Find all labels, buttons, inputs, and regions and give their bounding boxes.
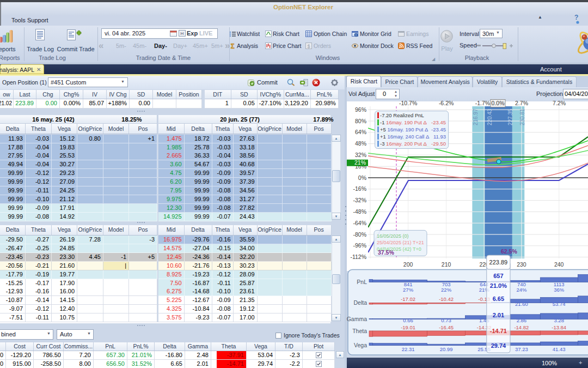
svg-text:0.66: 0.66 [403,317,413,323]
svg-text:62.5%: 62.5% [501,248,517,255]
svg-text:+1 16may. 240 Call Δ: +1 16may. 240 Call Δ [380,134,430,140]
svg-text:-29.50: -29.50 [431,141,446,147]
svg-text:16/05/2025 (0): 16/05/2025 (0) [377,233,409,239]
svg-text:64%: 64% [355,129,366,135]
svg-text:36%: 36% [554,287,565,293]
svg-text:657: 657 [493,273,503,279]
svg-text:41.43: 41.43 [553,346,566,352]
svg-text:2.7%: 2.7% [515,100,528,106]
svg-text:210: 210 [442,261,451,268]
svg-text:216.97: 216.97 [473,108,479,125]
svg-text:0%: 0% [358,174,366,181]
svg-text:48%: 48% [355,140,366,147]
svg-text:240: 240 [554,261,564,268]
svg-text:230: 230 [517,261,526,268]
svg-text:21%: 21% [354,159,366,166]
svg-text:27%: 27% [403,287,414,293]
svg-text:-14.82: -14.82 [514,324,529,330]
svg-text:24%: 24% [516,287,527,293]
svg-text:-96%: -96% [353,242,366,249]
svg-text:-10.42: -10.42 [439,296,454,302]
svg-text:Vega: Vega [354,342,367,348]
svg-text:-23.45: -23.45 [431,126,446,132]
svg-text:7.2%: 7.2% [553,100,566,106]
svg-text:-32%: -32% [353,197,366,203]
svg-text:Theta: Theta [352,328,367,334]
svg-text:227.35: 227.35 [507,108,513,125]
svg-text:PnL: PnL [357,279,367,285]
svg-text:29.74: 29.74 [491,342,506,349]
svg-text:0.73: 0.73 [441,317,451,323]
svg-text:-1 16may. 190 Put Δ: -1 16may. 190 Put Δ [380,119,427,125]
svg-text:200: 200 [403,261,413,268]
svg-text:-16.45: -16.45 [439,324,454,330]
svg-text:220.43: 220.43 [487,108,493,125]
svg-text:-10.7%: -10.7% [399,100,417,106]
svg-text:21.60: 21.60 [515,301,528,307]
svg-text:6.65: 6.65 [493,295,504,302]
svg-text:80%: 80% [355,118,366,124]
svg-text:37.5%: 37.5% [378,249,394,256]
svg-text:22.31: 22.31 [402,346,415,352]
svg-text:20.99: 20.99 [440,346,453,352]
svg-text:22%: 22% [441,287,452,293]
svg-text:-19.01: -19.01 [401,324,415,330]
svg-text:-80%: -80% [353,231,366,238]
svg-text:37.23: 37.23 [515,346,528,352]
svg-text:-7.20 Realized PnL: -7.20 Realized PnL [380,112,424,118]
svg-text:-14.71: -14.71 [490,328,507,334]
svg-text:-48%: -48% [353,208,366,215]
svg-text:-64%: -64% [353,220,366,226]
svg-text:2.01: 2.01 [493,312,504,318]
svg-text:-112%: -112% [350,254,366,260]
svg-text:Delta: Delta [353,299,367,306]
svg-text:-16%: -16% [353,185,366,192]
svg-text:223.89: 223.89 [489,259,508,266]
svg-text:H: H [181,31,184,36]
svg-text:0.0%: 0.0% [492,100,505,106]
svg-text:Gamma: Gamma [347,316,367,322]
svg-text:+5 16may. 190 Put Δ: +5 16may. 190 Put Δ [380,126,428,132]
svg-text:230.81: 230.81 [519,108,525,125]
svg-text:-6.2%: -6.2% [439,100,454,106]
svg-text:96%: 96% [355,106,366,113]
svg-text:32%: 32% [355,152,366,158]
svg-text:-13.84: -13.84 [552,324,566,330]
svg-text:-17.02: -17.02 [401,296,415,302]
svg-text:3.28: 3.28 [554,317,564,323]
svg-text:-23.45: -23.45 [431,119,446,125]
svg-text:21.0%: 21.0% [490,282,507,289]
svg-text:2.86: 2.86 [517,317,527,323]
svg-text:-3 16may. 200 Put Δ: -3 16may. 200 Put Δ [380,141,427,147]
svg-text:25/04/2025 (21) T+21: 25/04/2025 (21) T+21 [377,240,424,245]
svg-text:$: $ [307,44,310,49]
svg-text:53.74: 53.74 [553,301,566,307]
svg-text:Σ: Σ [230,43,234,49]
svg-text:11.93: 11.93 [433,134,446,140]
svg-text:-1.7%: -1.7% [475,100,490,106]
